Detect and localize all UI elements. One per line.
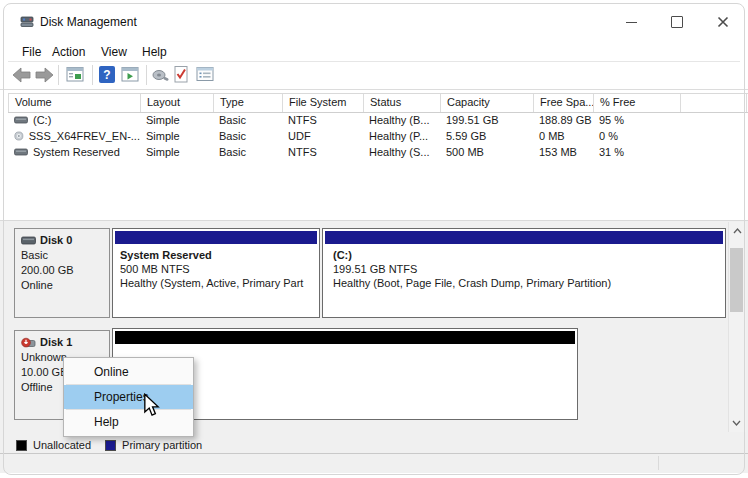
- disk0-size: 200.00 GB: [21, 263, 103, 278]
- disk0-status: Online: [21, 278, 103, 293]
- volume-pct-free: 31 %: [593, 146, 680, 158]
- partition-name: (C:): [333, 248, 723, 262]
- volume-capacity: 500 MB: [440, 146, 533, 158]
- partition-status: Healthy (System, Active, Primary Part: [120, 276, 317, 290]
- scrollbar-thumb[interactable]: [730, 248, 743, 312]
- scroll-down-button[interactable]: [728, 416, 745, 430]
- rescan-disks-button[interactable]: [152, 68, 170, 86]
- rescan-disks-icon: [152, 68, 170, 82]
- app-icon: [20, 14, 34, 32]
- console-tree-button[interactable]: [66, 66, 84, 87]
- volume-fs: UDF: [282, 130, 363, 142]
- volume-table-header: Volume Layout Type File System Status Ca…: [8, 93, 748, 113]
- partition-size-fs: 500 MB NTFS: [120, 262, 317, 276]
- column-header-volume[interactable]: Volume: [8, 94, 140, 112]
- column-header-file-system[interactable]: File System: [282, 94, 363, 112]
- volume-capacity: 5.59 GB: [440, 130, 533, 142]
- volume-fs: NTFS: [282, 114, 363, 126]
- menu-action[interactable]: Action: [52, 45, 85, 59]
- volume-fs: NTFS: [282, 146, 363, 158]
- legend: Unallocated Primary partition: [0, 437, 748, 453]
- toolbar-top-divider: [8, 61, 740, 62]
- primary-partition-band: [115, 231, 317, 244]
- disc-icon: [14, 130, 24, 142]
- forward-button[interactable]: [35, 67, 54, 87]
- disk0-type: Basic: [21, 248, 103, 263]
- mouse-cursor: [143, 393, 160, 421]
- drive-icon: [14, 116, 28, 124]
- task-check-icon: [173, 65, 189, 84]
- toolbar-separator: [58, 65, 59, 85]
- close-icon: [717, 16, 729, 28]
- volume-row-c[interactable]: (C:) Simple Basic NTFS Healthy (B... 199…: [8, 112, 748, 128]
- disk0-partition-system-reserved[interactable]: System Reserved 500 MB NTFS Healthy (Sys…: [112, 228, 320, 318]
- disk-management-window: Disk Management File Action View Help: [0, 0, 748, 478]
- toolbar-bottom-divider: [0, 89, 748, 90]
- volume-layout: Simple: [140, 146, 213, 158]
- volume-status: Healthy (S...: [363, 146, 440, 158]
- legend-unallocated-label: Unallocated: [33, 439, 91, 451]
- maximize-button[interactable]: [664, 10, 690, 34]
- column-header-status[interactable]: Status: [363, 94, 440, 112]
- back-button[interactable]: [12, 67, 31, 87]
- volume-type: Basic: [213, 114, 282, 126]
- disk-icon: [21, 236, 36, 245]
- volume-row-system-reserved[interactable]: System Reserved Simple Basic NTFS Health…: [8, 144, 748, 160]
- forward-arrow-icon: [35, 67, 54, 83]
- check-tasks-button[interactable]: [173, 65, 189, 88]
- column-header-blank: [680, 94, 747, 112]
- legend-primary-partition-label: Primary partition: [122, 439, 202, 451]
- column-header-pct-free[interactable]: % Free: [593, 94, 680, 112]
- column-header-layout[interactable]: Layout: [140, 94, 213, 112]
- help-button[interactable]: ?: [99, 66, 115, 83]
- volume-type: Basic: [213, 146, 282, 158]
- partition-size-fs: 199.51 GB NTFS: [333, 262, 723, 276]
- volume-free: 0 MB: [533, 130, 593, 142]
- volume-name: (C:): [33, 114, 51, 126]
- column-header-free-space[interactable]: Free Spa...: [533, 94, 593, 112]
- chevron-down-icon: [732, 420, 741, 426]
- volume-status: Healthy (P...: [363, 130, 440, 142]
- action-pane-icon: [121, 66, 139, 83]
- scroll-up-button[interactable]: [729, 224, 746, 238]
- context-menu-item-online[interactable]: Online: [64, 360, 193, 384]
- primary-partition-swatch: [105, 440, 116, 451]
- context-menu-item-properties[interactable]: Properties: [64, 385, 193, 409]
- menu-file[interactable]: File: [22, 45, 41, 59]
- chevron-up-icon: [733, 228, 742, 234]
- volume-capacity: 199.51 GB: [440, 114, 533, 126]
- menu-view[interactable]: View: [101, 45, 127, 59]
- volume-free: 188.89 GB: [533, 114, 593, 126]
- help-icon: ?: [103, 68, 110, 82]
- volume-layout: Simple: [140, 114, 213, 126]
- primary-partition-band: [325, 231, 723, 244]
- context-menu-item-help[interactable]: Help: [64, 410, 193, 434]
- minimize-button[interactable]: [618, 10, 644, 34]
- volume-type: Basic: [213, 130, 282, 142]
- disk0-label-box[interactable]: Disk 0 Basic 200.00 GB Online: [14, 228, 110, 318]
- details-view-icon: [196, 66, 214, 82]
- partition-name: System Reserved: [120, 248, 317, 262]
- column-header-type[interactable]: Type: [213, 94, 282, 112]
- column-header-capacity[interactable]: Capacity: [440, 94, 533, 112]
- volume-row-dvd[interactable]: SSS_X64FREV_EN-... Simple Basic UDF Heal…: [8, 128, 748, 144]
- volume-pct-free: 0 %: [593, 130, 680, 142]
- minimize-icon: [626, 22, 637, 23]
- console-tree-icon: [66, 66, 84, 83]
- volume-name: SSS_X64FREV_EN-...: [29, 130, 140, 142]
- close-button[interactable]: [710, 10, 736, 34]
- disk1-name: Disk 1: [40, 335, 72, 350]
- context-menu: Online Properties Help: [63, 357, 194, 437]
- partition-status: Healthy (Boot, Page File, Crash Dump, Pr…: [333, 276, 723, 290]
- status-bar: [0, 453, 748, 473]
- maximize-icon: [671, 16, 683, 28]
- volume-status: Healthy (B...: [363, 114, 440, 126]
- volume-layout: Simple: [140, 130, 213, 142]
- menu-help[interactable]: Help: [142, 45, 167, 59]
- offline-disk-icon: [21, 337, 36, 349]
- disk0-partition-c[interactable]: (C:) 199.51 GB NTFS Healthy (Boot, Page …: [322, 228, 726, 318]
- unallocated-band: [115, 331, 575, 344]
- action-pane-button[interactable]: [121, 66, 139, 87]
- volume-name: System Reserved: [33, 146, 120, 158]
- details-view-button[interactable]: [196, 66, 214, 86]
